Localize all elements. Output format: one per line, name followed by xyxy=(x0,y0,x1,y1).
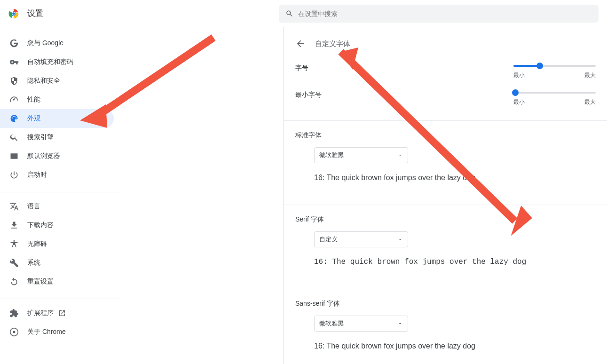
sans-serif-font-sample: 16: The quick brown fox jumps over the l… xyxy=(314,342,596,350)
svg-point-6 xyxy=(13,331,16,333)
google-g-icon xyxy=(9,39,19,48)
sidebar-item-label: 默认浏览器 xyxy=(27,152,60,160)
settings-main-panel: 自定义字体 字号 最小 最大 最小字号 xyxy=(284,27,607,364)
serif-font-dropdown[interactable]: 自定义 xyxy=(314,231,408,247)
sidebar-divider xyxy=(0,192,119,192)
sans-serif-font-dropdown[interactable]: 微软雅黑 xyxy=(314,316,408,332)
search-icon xyxy=(285,9,293,18)
sidebar-item-search-engine[interactable]: 搜索引擎 xyxy=(0,128,114,147)
standard-font-dropdown[interactable]: 微软雅黑 xyxy=(314,147,408,163)
key-icon xyxy=(9,57,19,67)
sidebar-item-downloads[interactable]: 下载内容 xyxy=(0,216,114,235)
accessibility-icon xyxy=(9,239,19,249)
sidebar-item-on-startup[interactable]: 启动时 xyxy=(0,166,114,184)
sidebar-item-label: 系统 xyxy=(27,259,40,267)
chevron-down-icon xyxy=(397,152,403,158)
sans-serif-font-title: Sans-serif 字体 xyxy=(295,300,596,308)
search-input[interactable] xyxy=(298,10,592,17)
sidebar-item-label: 隐私和安全 xyxy=(27,77,60,85)
sidebar-item-label: 您与 Google xyxy=(27,39,63,47)
sidebar-item-label: 外观 xyxy=(27,114,40,123)
sidebar-item-label: 无障碍 xyxy=(27,240,47,248)
download-icon xyxy=(9,221,19,230)
sidebar-item-autofill[interactable]: 自动填充和密码 xyxy=(0,53,114,71)
min-font-size-label: 最小字号 xyxy=(295,89,322,99)
slider-max-label: 最大 xyxy=(584,71,596,79)
sidebar-item-reset[interactable]: 重置设置 xyxy=(0,272,114,291)
app-header: 设置 xyxy=(0,0,607,27)
standard-font-section: 标准字体 微软雅黑 16: The quick brown fox jumps … xyxy=(284,120,607,196)
sidebar-item-label: 扩展程序 xyxy=(27,309,54,317)
sidebar-item-about[interactable]: 关于 Chrome xyxy=(0,323,114,341)
speedometer-icon xyxy=(9,95,19,104)
dropdown-value: 自定义 xyxy=(319,235,338,244)
min-font-size-slider[interactable] xyxy=(513,92,596,94)
shield-icon xyxy=(9,76,19,86)
serif-font-sample: 16: The quick brown fox jumps over the l… xyxy=(314,258,596,266)
slider-min-label: 最小 xyxy=(513,71,525,79)
browser-icon xyxy=(9,151,19,161)
sidebar-item-label: 重置设置 xyxy=(27,277,54,286)
svg-point-4 xyxy=(12,12,15,15)
sidebar-item-languages[interactable]: 语言 xyxy=(0,197,114,216)
sidebar-item-you-and-google[interactable]: 您与 Google xyxy=(0,34,114,53)
sidebar-item-label: 性能 xyxy=(27,95,40,104)
page-title: 设置 xyxy=(27,8,43,19)
font-size-setting: 字号 最小 最大 xyxy=(284,53,607,79)
open-in-new-icon xyxy=(58,309,66,317)
standard-font-sample: 16: The quick brown fox jumps over the l… xyxy=(314,174,596,182)
wrench-icon xyxy=(9,258,19,268)
sidebar-item-label: 自动填充和密码 xyxy=(27,58,73,66)
sidebar-item-privacy[interactable]: 隐私和安全 xyxy=(0,71,114,90)
settings-sidebar: 您与 Google 自动填充和密码 隐私和安全 性能 外观 搜索引擎 xyxy=(0,27,120,364)
chrome-icon xyxy=(9,327,19,337)
panel-title: 自定义字体 xyxy=(315,40,350,48)
sidebar-item-performance[interactable]: 性能 xyxy=(0,90,114,109)
standard-font-title: 标准字体 xyxy=(295,131,596,140)
translate-icon xyxy=(9,202,19,211)
sidebar-item-label: 关于 Chrome xyxy=(27,328,66,336)
min-font-size-setting: 最小字号 最小 最大 xyxy=(284,79,607,106)
serif-font-section: Serif 字体 自定义 16: The quick brown fox jum… xyxy=(284,205,607,280)
dropdown-value: 微软雅黑 xyxy=(319,319,344,328)
chrome-logo-icon xyxy=(8,8,19,19)
serif-font-title: Serif 字体 xyxy=(295,215,596,224)
sidebar-item-label: 搜索引擎 xyxy=(27,133,54,142)
chevron-down-icon xyxy=(397,237,403,242)
back-arrow-icon[interactable] xyxy=(295,39,306,49)
search-icon xyxy=(9,133,19,142)
extension-icon xyxy=(9,309,19,318)
sidebar-item-label: 下载内容 xyxy=(27,221,54,229)
sidebar-item-system[interactable]: 系统 xyxy=(0,253,114,272)
slider-max-label: 最大 xyxy=(584,98,596,106)
search-box[interactable] xyxy=(279,5,599,23)
sidebar-item-label: 语言 xyxy=(27,202,40,211)
sans-serif-font-section: Sans-serif 字体 微软雅黑 16: The quick brown f… xyxy=(284,289,607,364)
font-size-slider[interactable] xyxy=(513,65,596,67)
sidebar-item-label: 启动时 xyxy=(27,171,47,179)
sidebar-divider xyxy=(0,299,119,299)
palette-icon xyxy=(9,114,19,123)
sidebar-item-extensions[interactable]: 扩展程序 xyxy=(0,304,114,323)
sidebar-item-default-browser[interactable]: 默认浏览器 xyxy=(0,147,114,166)
dropdown-value: 微软雅黑 xyxy=(319,151,344,159)
sidebar-item-accessibility[interactable]: 无障碍 xyxy=(0,235,114,253)
power-icon xyxy=(9,170,19,180)
font-size-label: 字号 xyxy=(295,62,308,72)
slider-min-label: 最小 xyxy=(513,98,525,106)
sidebar-item-appearance[interactable]: 外观 xyxy=(0,109,114,128)
reset-icon xyxy=(9,277,19,286)
chevron-down-icon xyxy=(397,321,403,326)
